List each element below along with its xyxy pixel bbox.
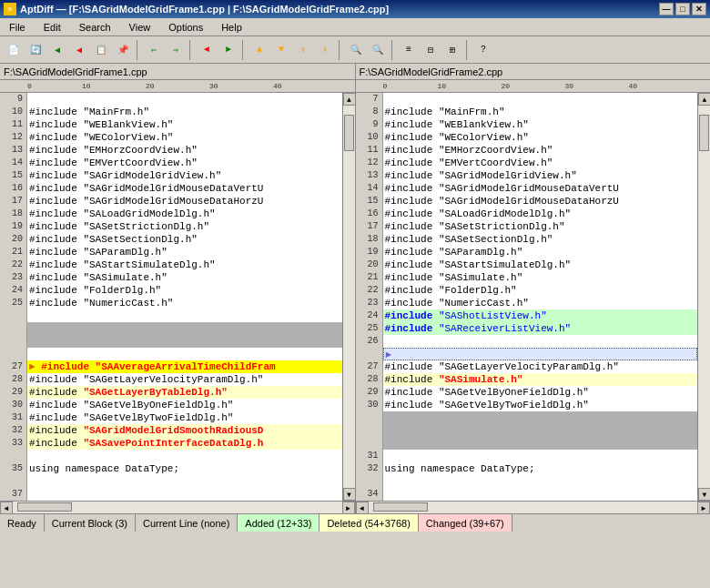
toolbar-btn-2[interactable]: 🔄: [25, 40, 46, 60]
toolbar-nav-2[interactable]: ⇒: [166, 40, 186, 60]
minimize-button[interactable]: —: [659, 3, 674, 15]
menu-view[interactable]: View: [124, 20, 157, 35]
code-line: [27, 335, 342, 348]
menu-file[interactable]: File: [4, 20, 31, 35]
right-h-scroll-thumb[interactable]: [373, 502, 428, 512]
ruler-mark-r10: 10: [438, 82, 447, 90]
line-number: 11: [356, 144, 379, 157]
left-scroll-dn[interactable]: ▼: [343, 488, 355, 501]
line-number: [356, 411, 379, 424]
toolbar-btn-redo[interactable]: ◀: [69, 40, 89, 60]
window-controls[interactable]: — □ ✕: [659, 3, 706, 15]
toolbar-btn-paste[interactable]: 📌: [113, 40, 133, 60]
code-line: #include "EMHorzCoordView.h": [27, 144, 342, 157]
line-number: [356, 437, 379, 450]
toolbar-nav-5[interactable]: ⬆: [293, 40, 313, 60]
left-h-scroll-right[interactable]: ►: [342, 502, 355, 513]
toolbar-sep-1: [137, 40, 140, 60]
left-horiz-scroll[interactable]: ◄ ►: [0, 501, 355, 513]
toolbar-nav-up[interactable]: ▲: [249, 40, 269, 60]
toolbar-nav-dn[interactable]: ▼: [271, 40, 291, 60]
code-line: #include "WEColorView.h": [27, 131, 342, 144]
code-line: #include "WEColorView.h": [383, 131, 698, 144]
line-number: 24: [0, 284, 23, 297]
status-deleted: Deleted (54+3768): [320, 514, 418, 532]
line-number: 15: [356, 195, 379, 208]
toolbar-nav-4[interactable]: ►: [218, 40, 238, 60]
code-line: using namespace DataType;: [383, 462, 698, 475]
line-number: 9: [356, 118, 379, 131]
toolbar-sep-2: [189, 40, 193, 60]
diff-view: F:\SAGridModelGridFrame1.cpp 0 10 20 30 …: [0, 64, 710, 513]
left-scroll-thumb[interactable]: [344, 115, 354, 151]
code-line: #include "SAParamDlg.h": [27, 246, 342, 259]
line-number: 18: [0, 208, 23, 220]
right-scroll-up[interactable]: ▲: [698, 93, 710, 106]
menu-edit[interactable]: Edit: [38, 20, 66, 35]
line-number: 12: [356, 157, 379, 169]
code-line: #include "SALoadGridModelDlg.h": [383, 208, 698, 220]
toolbar-help[interactable]: ?: [473, 40, 493, 60]
left-h-scroll-left[interactable]: ◄: [0, 502, 13, 513]
toolbar-find-2[interactable]: 🔍: [368, 40, 388, 60]
code-line: [27, 475, 342, 488]
left-pane-header: F:\SAGridModelGridFrame1.cpp: [0, 64, 355, 80]
code-line: #include "SAShotListView.h": [383, 309, 698, 322]
line-number: 35: [0, 462, 23, 475]
code-line: [27, 93, 342, 106]
toolbar-view-1[interactable]: ≡: [399, 40, 419, 60]
right-h-scroll-left[interactable]: ◄: [356, 502, 369, 513]
app-icon: ≈: [4, 3, 16, 15]
line-number: 33: [0, 437, 23, 450]
toolbar-nav-1[interactable]: ⇐: [144, 40, 164, 60]
status-current-line: Current Line (none): [136, 514, 238, 532]
code-line: #include "WEBlankView.h": [383, 118, 698, 131]
right-vert-scrollbar[interactable]: ▲ ▼: [697, 93, 710, 501]
left-scroll-up[interactable]: ▲: [343, 93, 355, 106]
code-line: #include "SAGetVelByOneFieldDlg.h": [383, 386, 698, 399]
code-line: [27, 450, 342, 462]
maximize-button[interactable]: □: [675, 3, 690, 15]
code-line: #include "FolderDlg.h": [27, 284, 342, 297]
menu-search[interactable]: Search: [74, 20, 117, 35]
right-h-scroll-track[interactable]: [369, 502, 698, 513]
right-horiz-scroll[interactable]: ◄ ►: [356, 501, 711, 513]
line-number: [0, 475, 23, 488]
toolbar-find[interactable]: 🔍: [346, 40, 366, 60]
toolbar-btn-1[interactable]: 📄: [4, 40, 24, 60]
left-scroll-track[interactable]: [343, 106, 355, 488]
left-code-area[interactable]: 9101112131415161718192021222324252728293…: [0, 93, 355, 501]
right-scroll-dn[interactable]: ▼: [698, 488, 710, 501]
right-scroll-track[interactable]: [698, 106, 710, 488]
right-h-scroll-right[interactable]: ►: [697, 502, 710, 513]
code-line: [27, 309, 342, 322]
left-vert-scrollbar[interactable]: ▲ ▼: [342, 93, 355, 501]
line-number: 32: [356, 462, 379, 475]
code-line: [383, 335, 698, 348]
right-file-path: F:\SAGridModelGridFrame2.cpp: [360, 66, 503, 77]
left-h-scroll-track[interactable]: [13, 502, 342, 513]
code-line: #include "SASetStrictionDlg.h": [383, 220, 698, 233]
line-number: 25: [0, 297, 23, 309]
toolbar-nav-3[interactable]: ◄: [197, 40, 217, 60]
right-code-area[interactable]: 7891011121314151617181920212223242526272…: [356, 93, 711, 501]
menu-options[interactable]: Options: [163, 20, 208, 35]
toolbar-btn-undo[interactable]: ◀: [47, 40, 67, 60]
toolbar-view-2[interactable]: ⊟: [421, 40, 441, 60]
left-h-scroll-thumb[interactable]: [17, 502, 72, 512]
right-line-numbers: 7891011121314151617181920212223242526272…: [356, 93, 383, 501]
line-number: [0, 450, 23, 462]
toolbar-sep-3: [242, 40, 246, 60]
left-ruler: 0 10 20 30 40: [0, 80, 355, 93]
close-button[interactable]: ✕: [692, 3, 706, 15]
line-number: 20: [0, 233, 23, 246]
toolbar-btn-copy[interactable]: 📋: [91, 40, 111, 60]
code-line: #include "SAGridModelGridMouseDataHorzU: [27, 195, 342, 208]
toolbar-nav-6[interactable]: ⬇: [315, 40, 335, 60]
toolbar-view-3[interactable]: ⊞: [442, 40, 462, 60]
line-number: 30: [0, 399, 23, 411]
line-number: 27: [0, 360, 23, 373]
menu-help[interactable]: Help: [216, 20, 248, 35]
right-scroll-thumb[interactable]: [699, 115, 709, 151]
ruler-mark-r30: 30: [565, 82, 574, 90]
